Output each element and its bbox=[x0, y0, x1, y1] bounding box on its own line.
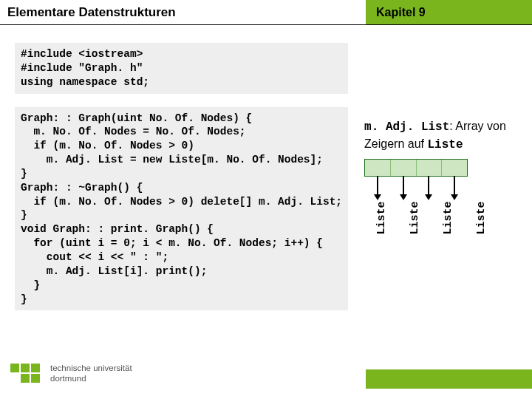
liste-label: Liste bbox=[459, 202, 503, 235]
array-cell bbox=[365, 160, 391, 176]
liste-labels-row: Liste Liste Liste Liste bbox=[364, 196, 468, 240]
arrow-down-icon bbox=[425, 176, 432, 200]
diagram-column: m. Adj. List: Array von Zeigern auf List… bbox=[348, 43, 517, 324]
code-column: #include <iostream> #include "Graph. h" … bbox=[15, 43, 348, 324]
uni-line1: technische universität bbox=[50, 363, 132, 373]
slide-footer: technische universität dortmund bbox=[0, 347, 532, 399]
tu-logo-text: technische universität dortmund bbox=[50, 363, 132, 384]
uni-line2: dortmund bbox=[50, 373, 132, 383]
code-block-graph: Graph: : Graph(uint No. Of. Nodes) { m. … bbox=[15, 107, 348, 311]
arrow-down-icon bbox=[451, 176, 458, 200]
slide-header: Elementare Datenstrukturen Kapitel 9 bbox=[0, 0, 532, 25]
array-cell bbox=[442, 160, 467, 176]
array-cell bbox=[417, 160, 443, 176]
caption-type: Liste bbox=[427, 138, 463, 151]
footer-accent-bar bbox=[366, 369, 532, 389]
array-box bbox=[364, 159, 468, 177]
array-cell bbox=[391, 160, 417, 176]
header-title-left: Elementare Datenstrukturen bbox=[0, 0, 366, 24]
tu-logo: technische universität dortmund bbox=[10, 359, 132, 387]
caption-var: m. Adj. List bbox=[364, 120, 449, 134]
diagram-caption: m. Adj. List: Array von Zeigern auf List… bbox=[364, 118, 517, 153]
arrow-down-icon bbox=[400, 176, 407, 200]
header-title-right: Kapitel 9 bbox=[366, 0, 532, 24]
slide-content: #include <iostream> #include "Graph. h" … bbox=[0, 25, 532, 324]
arrow-down-icon bbox=[374, 176, 381, 200]
code-block-includes: #include <iostream> #include "Graph. h" … bbox=[15, 43, 348, 94]
tu-logo-icon bbox=[10, 359, 43, 387]
